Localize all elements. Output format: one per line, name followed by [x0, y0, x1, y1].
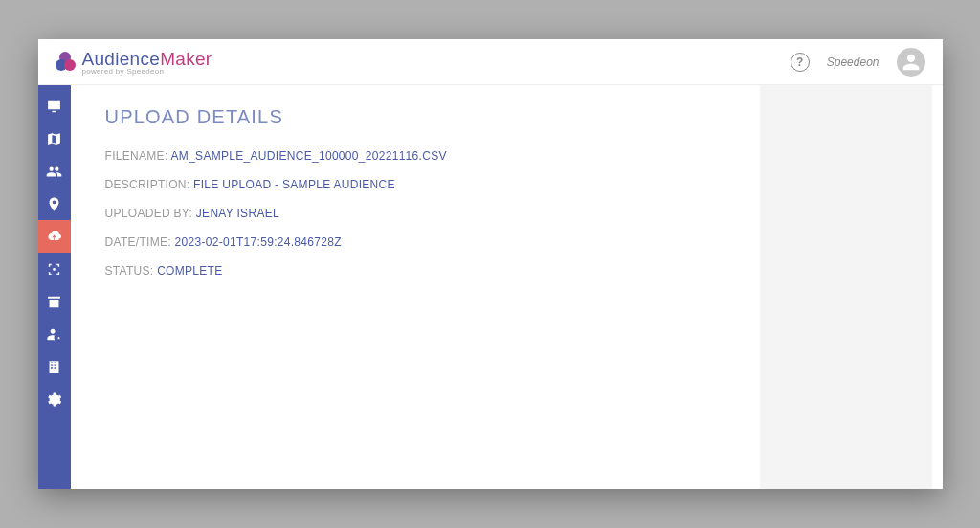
sidebar — [38, 85, 71, 489]
filename-value: AM_SAMPLE_AUDIENCE_100000_20221116.CSV — [171, 149, 447, 163]
uploaded-by-value: JENAY ISRAEL — [196, 207, 279, 220]
page-title: UPLOAD DETAILS — [105, 106, 725, 128]
sidebar-item-cloud-upload[interactable] — [38, 220, 71, 253]
uploaded-by-label: UPLOADED BY: — [105, 207, 193, 220]
building-icon — [46, 359, 62, 375]
sidebar-item-settings[interactable] — [38, 383, 71, 415]
help-icon[interactable]: ? — [791, 53, 810, 72]
brand-part1: Audience — [82, 49, 161, 69]
username-label: Speedeon — [827, 55, 880, 69]
status-label: STATUS: — [105, 264, 154, 277]
datetime-value: 2023-02-01T17:59:24.846728Z — [175, 235, 342, 249]
detail-uploaded-by: UPLOADED BY: JENAY ISRAEL — [105, 207, 725, 220]
description-label: DESCRIPTION: — [105, 178, 190, 191]
detail-description: DESCRIPTION: FILE UPLOAD - SAMPLE AUDIEN… — [105, 178, 725, 191]
content: UPLOAD DETAILS FILENAME: AM_SAMPLE_AUDIE… — [71, 85, 760, 489]
brand-part2: Maker — [160, 49, 212, 69]
sidebar-item-building[interactable] — [38, 350, 71, 383]
description-value: FILE UPLOAD - SAMPLE AUDIENCE — [193, 178, 395, 191]
top-header: AudienceMaker powered by Speedeon ? Spee… — [38, 39, 943, 85]
cloud-upload-icon — [46, 229, 62, 245]
right-panel — [760, 85, 932, 489]
brand-subtitle: powered by Speedeon — [82, 67, 212, 76]
main-area: UPLOAD DETAILS FILENAME: AM_SAMPLE_AUDIE… — [38, 85, 943, 489]
avatar[interactable] — [897, 48, 925, 77]
target-icon — [46, 261, 62, 277]
app-window: AudienceMaker powered by Speedeon ? Spee… — [38, 39, 943, 489]
sidebar-item-user-settings[interactable] — [38, 318, 71, 350]
archive-icon — [46, 294, 62, 310]
logo-icon — [56, 52, 77, 73]
detail-status: STATUS: COMPLETE — [105, 264, 725, 277]
brand: AudienceMaker powered by Speedeon — [56, 49, 212, 76]
users-icon — [46, 164, 62, 180]
pin-icon — [46, 196, 62, 212]
sidebar-item-monitor[interactable] — [38, 90, 71, 122]
user-icon — [902, 53, 921, 72]
user-settings-icon — [46, 326, 62, 342]
map-icon — [46, 131, 62, 147]
sidebar-item-users[interactable] — [38, 155, 71, 187]
gear-icon — [46, 391, 62, 407]
sidebar-item-target[interactable] — [38, 253, 71, 285]
datetime-label: DATE/TIME: — [105, 235, 171, 249]
filename-label: FILENAME: — [105, 149, 168, 163]
detail-filename: FILENAME: AM_SAMPLE_AUDIENCE_100000_2022… — [105, 149, 725, 163]
sidebar-item-map[interactable] — [38, 122, 71, 155]
header-right: ? Speedeon — [791, 48, 925, 77]
status-value: COMPLETE — [157, 264, 222, 277]
monitor-icon — [46, 99, 62, 115]
sidebar-item-pin[interactable] — [38, 187, 71, 220]
sidebar-item-archive[interactable] — [38, 285, 71, 318]
content-scroll[interactable]: UPLOAD DETAILS FILENAME: AM_SAMPLE_AUDIE… — [71, 85, 943, 489]
detail-datetime: DATE/TIME: 2023-02-01T17:59:24.846728Z — [105, 235, 725, 249]
